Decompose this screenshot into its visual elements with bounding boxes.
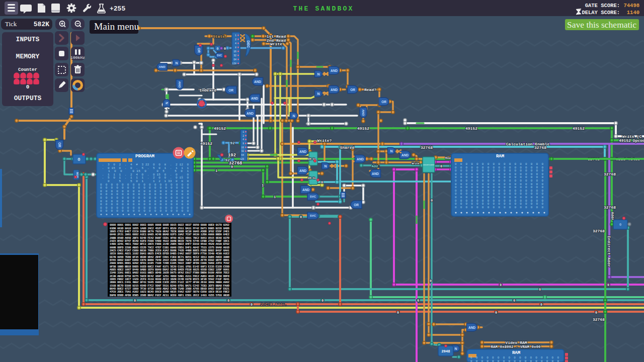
svg-text:2048: 2048 [442, 349, 450, 353]
svg-text:RAM 0x8002 - VRAM 0x00: RAM 0x8002 - VRAM 0x00 [491, 345, 541, 349]
svg-text:49152: 49152 [573, 126, 585, 131]
svg-text:2: 2 [235, 38, 236, 41]
svg-text:0: 0 [321, 180, 323, 185]
svg-text:RAM: RAM [512, 350, 520, 355]
svg-text:0: 0 [134, 299, 136, 303]
svg-text:N: N [317, 92, 319, 96]
svg-text:SVC: SVC [217, 54, 222, 57]
svg-text:582K: 582K [34, 21, 49, 28]
svg-text:0: 0 [595, 311, 597, 315]
svg-text:N: N [165, 102, 169, 104]
svg-text:8: 8 [235, 46, 236, 49]
svg-text:128: 128 [240, 158, 244, 160]
svg-text:SVC: SVC [310, 195, 316, 198]
svg-text:0: 0 [321, 299, 324, 303]
svg-text:OR: OR [350, 88, 355, 92]
svg-text:AND: AND [331, 69, 338, 72]
svg-text:N: N [175, 61, 178, 65]
svg-text:16: 16 [242, 146, 245, 149]
svg-text:0: 0 [217, 47, 219, 51]
svg-text:+255: +255 [110, 5, 125, 13]
svg-text:1: 1 [262, 184, 264, 188]
svg-text:Indexed: Indexed [199, 88, 216, 93]
svg-text:32768: 32768 [593, 317, 605, 322]
svg-text:OR: OR [58, 142, 61, 147]
svg-text:4: 4 [235, 42, 236, 45]
svg-text:0: 0 [539, 288, 541, 292]
svg-text:0: 0 [431, 199, 433, 203]
svg-text:N: N [454, 347, 457, 350]
svg-text:AND: AND [159, 65, 166, 68]
svg-text:AND: AND [302, 188, 309, 192]
svg-text:0: 0 [300, 215, 302, 219]
svg-text:OR: OR [228, 88, 233, 92]
svg-text:Write?: Write? [317, 138, 332, 143]
svg-text:Main menu: Main menu [94, 21, 139, 32]
svg-text:100kHz: 100kHz [70, 55, 85, 60]
svg-text:THE SANDBOX: THE SANDBOX [293, 5, 354, 13]
svg-text:0: 0 [513, 299, 515, 303]
svg-text:32768: 32768 [421, 145, 433, 150]
svg-text:0: 0 [26, 84, 30, 90]
svg-text:Read: Read [445, 157, 451, 160]
svg-text:0: 0 [417, 299, 419, 303]
svg-text:64: 64 [242, 154, 245, 156]
svg-text:32: 32 [242, 150, 245, 152]
svg-text:49152: 49152 [357, 126, 369, 131]
svg-text:DELAY SCORE:: DELAY SCORE: [582, 10, 620, 16]
svg-text:49152: 49152 [619, 138, 631, 143]
svg-text:OR: OR [197, 48, 201, 53]
svg-text:OR: OR [381, 100, 386, 104]
svg-text:32768: 32768 [604, 172, 616, 176]
svg-text:AND: AND [299, 150, 306, 153]
svg-text:1: 1 [235, 34, 236, 37]
svg-text:0: 0 [231, 165, 233, 169]
svg-text:32768: 32768 [534, 145, 546, 150]
svg-text:AND: AND [362, 110, 365, 117]
svg-text:Indirect Addr: Indirect Addr [607, 236, 611, 267]
svg-text:Save this schematic: Save this schematic [567, 20, 636, 30]
svg-text:J/C/R Addr.: J/C/R Addr. [261, 302, 287, 307]
svg-text:0: 0 [607, 283, 609, 287]
svg-text:OUTPUTS: OUTPUTS [14, 95, 42, 102]
svg-text:Addr: Addr [610, 212, 614, 221]
svg-text:0: 0 [430, 279, 432, 283]
svg-text:AND: AND [247, 112, 254, 115]
svg-text:AND: AND [401, 153, 409, 157]
svg-text:1: 1 [274, 195, 276, 199]
svg-text:2: 2 [243, 135, 244, 137]
svg-text:32768: 32768 [593, 229, 605, 233]
svg-text:0: 0 [540, 303, 542, 307]
svg-text:Write: Write [270, 42, 282, 46]
svg-text:4: 4 [243, 138, 244, 141]
svg-text:64: 64 [233, 58, 236, 61]
svg-text:Write: Write [412, 162, 419, 165]
svg-text:0: 0 [397, 311, 399, 315]
svg-text:0: 0 [224, 47, 226, 51]
svg-text:1140: 1140 [627, 10, 639, 16]
svg-text:AND: AND [251, 97, 258, 100]
svg-text:AND: AND [357, 157, 364, 161]
svg-text:Write (C: Write (C [622, 134, 642, 139]
svg-text:128: 128 [232, 62, 236, 65]
svg-text:N: N [390, 149, 392, 153]
svg-text:0 0 0 0 0 0 0 0 0 0: 0 0 0 0 0 0 0 0 0 0 0 0 0 0 0 0 0 [470, 359, 559, 362]
svg-text:0: 0 [251, 303, 253, 307]
svg-text:AND: AND [468, 326, 475, 329]
svg-text:1: 1 [243, 131, 244, 133]
svg-text:State: State [213, 34, 225, 39]
svg-text:UX-In: UX-In [308, 177, 315, 180]
svg-text:0: 0 [77, 157, 80, 162]
svg-text:Shared: Shared [340, 145, 355, 150]
svg-text:49152: 49152 [465, 126, 477, 131]
svg-text:Opcode: Opcode [633, 138, 644, 143]
svg-text:RAM: RAM [496, 154, 504, 159]
svg-text:AND: AND [178, 81, 181, 88]
svg-text:MEMORY: MEMORY [16, 53, 40, 60]
svg-text:Counter: Counter [18, 67, 37, 72]
svg-text:N: N [317, 72, 319, 76]
svg-text:AND: AND [372, 172, 379, 175]
svg-text:AND: AND [331, 88, 338, 92]
svg-text:PROGRAM: PROGRAM [135, 154, 154, 159]
svg-text:0 0 0 0 0 0 0 0 0 0: 0 0 0 0 0 0 0 0 0 0 0 0 0 0 0 0 0 [100, 209, 189, 213]
